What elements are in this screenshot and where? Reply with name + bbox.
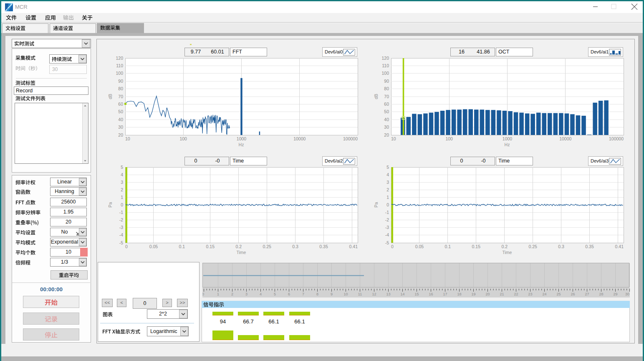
svg-text:100: 100 <box>381 71 389 76</box>
svg-text:0: 0 <box>121 202 123 207</box>
svg-text:0.2: 0.2 <box>501 244 508 249</box>
svg-text:3: 3 <box>386 180 389 185</box>
svg-text:dB: dB <box>374 94 379 99</box>
svg-text:4: 4 <box>121 172 123 177</box>
svg-text:3: 3 <box>121 180 123 185</box>
svg-text:0: 0 <box>125 244 128 249</box>
svg-text:12: 12 <box>372 292 376 296</box>
svg-text:7: 7 <box>302 292 304 296</box>
svg-text:30: 30 <box>384 125 389 130</box>
svg-text:1: 1 <box>386 195 389 200</box>
svg-text:60: 60 <box>118 102 123 107</box>
svg-text:9: 9 <box>331 292 333 296</box>
svg-text:28: 28 <box>599 292 603 296</box>
svg-text:0.15: 0.15 <box>206 244 215 249</box>
svg-text:22: 22 <box>514 292 518 296</box>
svg-text:80: 80 <box>384 86 389 91</box>
svg-text:110: 110 <box>382 63 389 68</box>
svg-text:60: 60 <box>384 102 389 107</box>
svg-text:70: 70 <box>118 94 123 99</box>
svg-text:dB: dB <box>108 94 113 99</box>
svg-text:2: 2 <box>386 187 389 192</box>
svg-text:100000: 100000 <box>343 136 358 141</box>
svg-text:80: 80 <box>118 86 123 91</box>
svg-text:20: 20 <box>384 132 389 137</box>
svg-text:-4: -4 <box>385 232 389 237</box>
svg-text:-3: -3 <box>385 225 389 230</box>
svg-text:0.41: 0.41 <box>615 244 624 249</box>
svg-text:0: 0 <box>202 292 204 296</box>
svg-text:120: 120 <box>381 56 389 61</box>
svg-text:120: 120 <box>116 56 123 61</box>
svg-text:50: 50 <box>118 109 123 114</box>
svg-text:-2: -2 <box>385 217 389 222</box>
svg-text:0.25: 0.25 <box>263 244 271 249</box>
svg-text:Pa: Pa <box>108 202 113 207</box>
svg-text:4: 4 <box>260 292 262 296</box>
svg-text:Time: Time <box>237 250 246 255</box>
svg-text:30: 30 <box>625 292 629 296</box>
svg-text:24: 24 <box>542 292 546 296</box>
svg-text:1000: 1000 <box>237 136 247 141</box>
svg-text:18: 18 <box>457 292 461 296</box>
svg-text:2: 2 <box>121 187 123 192</box>
svg-text:-2: -2 <box>119 217 123 222</box>
svg-text:-5: -5 <box>119 240 123 245</box>
svg-text:21: 21 <box>500 292 504 296</box>
svg-text:70: 70 <box>384 94 389 99</box>
svg-text:8: 8 <box>316 292 318 296</box>
svg-text:5: 5 <box>121 165 123 170</box>
svg-text:-4: -4 <box>119 232 123 237</box>
svg-text:20: 20 <box>485 292 490 296</box>
svg-text:0.05: 0.05 <box>149 244 158 249</box>
svg-text:23: 23 <box>528 292 532 296</box>
svg-text:Hz: Hz <box>505 142 510 147</box>
svg-text:0.1: 0.1 <box>445 244 451 249</box>
svg-text:0.3: 0.3 <box>292 244 298 249</box>
svg-text:-5: -5 <box>385 240 389 245</box>
svg-text:100000: 100000 <box>609 136 624 141</box>
svg-text:Time: Time <box>503 250 512 255</box>
svg-text:Hz: Hz <box>239 142 244 147</box>
svg-text:1: 1 <box>121 195 123 200</box>
svg-text:26: 26 <box>571 292 575 296</box>
svg-text:5: 5 <box>274 292 276 296</box>
svg-text:13: 13 <box>386 292 390 296</box>
svg-text:0.2: 0.2 <box>235 244 242 249</box>
svg-text:1000: 1000 <box>503 136 513 141</box>
svg-text:0.25: 0.25 <box>528 244 537 249</box>
svg-text:19: 19 <box>471 292 475 296</box>
svg-text:0.05: 0.05 <box>415 244 424 249</box>
svg-text:5: 5 <box>386 165 389 170</box>
svg-text:1: 1 <box>217 292 219 296</box>
svg-text:90: 90 <box>384 79 389 84</box>
svg-text:0.1: 0.1 <box>179 244 185 249</box>
svg-text:29: 29 <box>613 292 617 296</box>
svg-text:90: 90 <box>118 79 123 84</box>
svg-text:30: 30 <box>118 125 123 130</box>
svg-text:6: 6 <box>288 292 290 296</box>
svg-text:100: 100 <box>116 71 123 76</box>
svg-text:100: 100 <box>179 136 187 141</box>
svg-text:100: 100 <box>445 136 453 141</box>
svg-text:20: 20 <box>118 132 123 137</box>
svg-text:110: 110 <box>116 63 123 68</box>
svg-text:0.35: 0.35 <box>585 244 594 249</box>
svg-text:0: 0 <box>391 244 394 249</box>
svg-text:17: 17 <box>443 292 447 296</box>
svg-text:Pa: Pa <box>374 202 379 207</box>
svg-text:16: 16 <box>429 292 433 296</box>
svg-text:4: 4 <box>386 172 389 177</box>
svg-text:3: 3 <box>245 292 247 296</box>
svg-text:-3: -3 <box>119 225 123 230</box>
svg-text:10: 10 <box>125 136 130 141</box>
svg-text:10000: 10000 <box>559 136 571 141</box>
svg-text:27: 27 <box>585 292 589 296</box>
svg-text:25: 25 <box>556 292 561 296</box>
svg-text:50: 50 <box>384 109 389 114</box>
svg-text:15: 15 <box>414 292 419 296</box>
svg-text:-1: -1 <box>385 210 389 215</box>
svg-text:2: 2 <box>231 292 233 296</box>
svg-text:10: 10 <box>391 136 396 141</box>
svg-text:0.3: 0.3 <box>558 244 564 249</box>
